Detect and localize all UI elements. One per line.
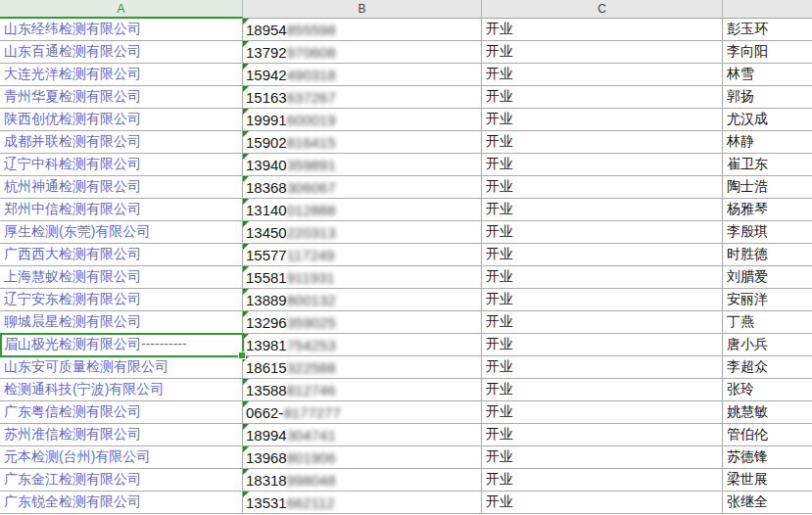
contact-cell[interactable]: 梁世展 [723,469,812,492]
phone-cell[interactable]: 18994304741 [243,424,482,446]
status-cell[interactable]: 开业 [482,19,723,41]
company-cell[interactable]: 陕西创优检测有限公司 [0,109,243,131]
company-cell[interactable]: 山东安可质量检测有限公司 [0,356,243,379]
company-cell[interactable]: 广东锐全检测有限公司 [0,492,243,514]
contact-cell[interactable]: 苏德锋 [723,446,812,469]
phone-cell[interactable]: 18954855598 [243,19,482,41]
contact-cell[interactable]: 崔卫东 [723,154,812,176]
status-cell[interactable]: 开业 [482,379,723,401]
status-cell[interactable]: 开业 [482,154,723,176]
status-cell[interactable]: 开业 [482,401,723,424]
company-cell[interactable]: 大连光洋检测有限公司 [0,64,243,86]
contact-cell[interactable]: 李向阳 [723,41,812,64]
phone-cell[interactable]: 13968801906 [243,446,482,469]
status-text: 开业 [486,43,513,61]
status-cell[interactable]: 开业 [482,334,723,356]
company-cell[interactable]: 杭州神通检测有限公司 [0,176,243,199]
contact-cell[interactable]: 管伯伦 [723,424,812,446]
status-cell[interactable]: 开业 [482,86,723,109]
status-cell[interactable]: 开业 [482,199,723,221]
phone-cell[interactable]: 13940359891 [243,154,482,176]
status-cell[interactable]: 开业 [482,289,723,311]
company-cell[interactable]: 郑州中信检测有限公司 [0,199,243,221]
fill-handle[interactable] [238,351,246,359]
column-header-c[interactable]: C [482,0,723,19]
company-cell[interactable]: 辽宁中科检测有限公司 [0,154,243,176]
company-cell[interactable]: 元本检测(台州)有限公司 [0,446,243,469]
contact-cell[interactable]: 李超众 [723,356,812,379]
contact-cell[interactable]: 林雪 [723,64,812,86]
contact-cell[interactable]: 张继全 [723,492,812,514]
phone-cell[interactable]: 13531662112 [243,492,482,514]
column-header-b[interactable]: B [243,0,482,19]
contact-cell[interactable]: 郭扬 [723,86,812,109]
contact-cell[interactable]: 李殷琪 [723,221,812,244]
status-cell[interactable]: 开业 [482,176,723,199]
status-cell[interactable]: 开业 [482,446,723,469]
number-as-text-indicator-icon [243,64,249,70]
company-cell[interactable]: 上海慧蚁检测有限公司 [0,266,243,289]
status-cell[interactable]: 开业 [482,131,723,154]
status-cell[interactable]: 开业 [482,64,723,86]
contact-cell[interactable]: 尤汉成 [723,109,812,131]
company-cell[interactable]: 广西西大检测有限公司 [0,244,243,266]
company-cell[interactable]: 辽宁安东检测有限公司 [0,289,243,311]
company-cell[interactable]: 厚生检测(东莞)有限公司 [0,221,243,244]
phone-cell[interactable]: 15163637267 [243,86,482,109]
phone-cell[interactable]: 13889800132 [243,289,482,311]
contact-cell[interactable]: 张玲 [723,379,812,401]
status-cell[interactable]: 开业 [482,424,723,446]
phone-cell[interactable]: 15942490318 [243,64,482,86]
phone-cell[interactable]: 13140012888 [243,199,482,221]
phone-cell[interactable]: 13588812746 [243,379,482,401]
phone-cell[interactable]: 18368306067 [243,176,482,199]
contact-cell[interactable]: 林静 [723,131,812,154]
status-cell[interactable]: 开业 [482,311,723,334]
company-cell[interactable]: 苏州准信检测有限公司 [0,424,243,446]
status-cell[interactable]: 开业 [482,221,723,244]
phone-cell[interactable]: 13450220313 [243,221,482,244]
phone-cell[interactable]: 15581911931 [243,266,482,289]
company-cell[interactable]: 成都并联检测有限公司 [0,131,243,154]
table-row: 青州华夏检测有限公司 15163637267 开业 郭扬 [0,86,812,109]
status-text: 开业 [486,426,513,444]
status-cell[interactable]: 开业 [482,244,723,266]
company-cell[interactable]: 广东金江检测有限公司 [0,469,243,492]
phone-cell[interactable]: 18318998048 [243,469,482,492]
contact-cell[interactable]: 杨雅琴 [723,199,812,221]
contact-cell[interactable]: 时胜德 [723,244,812,266]
contact-cell[interactable]: 陶士浩 [723,176,812,199]
phone-cell[interactable]: 19991600019 [243,109,482,131]
contact-cell[interactable]: 丁燕 [723,311,812,334]
status-cell[interactable]: 开业 [482,266,723,289]
phone-cell[interactable]: 13981754253 [243,334,482,356]
status-cell[interactable]: 开业 [482,41,723,64]
company-cell[interactable]: 广东粤信检测有限公司 [0,401,243,424]
company-cell[interactable]: 青州华夏检测有限公司 [0,86,243,109]
company-cell[interactable]: 检测通科技(宁波)有限公司 [0,379,243,401]
contact-name: 唐小兵 [727,336,768,353]
status-cell[interactable]: 开业 [482,109,723,131]
phone-cell[interactable]: 18615322588 [243,356,482,379]
phone-cell[interactable]: 15577117249 [243,244,482,266]
column-header-a[interactable]: A [0,0,243,19]
contact-cell[interactable]: 刘腊爱 [723,266,812,289]
number-as-text-indicator-icon [243,19,249,24]
status-cell[interactable]: 开业 [482,469,723,492]
company-cell[interactable]: 聊城晨星检测有限公司 [0,311,243,334]
phone-cell[interactable]: 13296359025 [243,311,482,334]
status-cell[interactable]: 开业 [482,492,723,514]
contact-cell[interactable]: 唐小兵 [723,334,812,356]
status-cell[interactable]: 开业 [482,356,723,379]
phone-cell[interactable]: 15902816415 [243,131,482,154]
contact-cell[interactable]: 姚慧敏 [723,401,812,424]
contact-cell[interactable]: 安丽洋 [723,289,812,311]
company-cell[interactable]: 山东经纬检测有限公司 [0,19,243,41]
company-cell[interactable]: 眉山极光检测有限公司---------- [0,334,243,356]
column-header-d[interactable] [723,0,812,19]
phone-cell[interactable]: 0662-8177277 [243,401,482,424]
phone-cell[interactable]: 13792970608 [243,41,482,64]
contact-cell[interactable]: 彭玉环 [723,19,812,41]
company-cell[interactable]: 山东百通检测有限公司 [0,41,243,64]
company-name: 广东粤信检测有限公司 [4,403,141,421]
